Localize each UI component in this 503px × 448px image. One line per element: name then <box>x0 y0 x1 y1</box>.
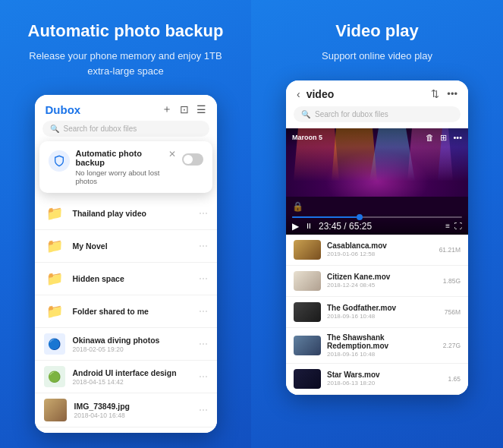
notification-title: Automatic photo backup <box>76 149 162 167</box>
search-placeholder: Search for dubox files <box>64 125 137 133</box>
list-item[interactable]: 📁 Folder shared to me ⋯ <box>35 295 217 328</box>
video-time: 23:45 / 65:25 <box>319 221 372 232</box>
right-title: Video play <box>335 21 419 41</box>
file-list: 📁 Thailand play video ⋯ 📁 My Novel ⋯ 📁 H… <box>35 197 217 433</box>
video-file-date: 2018-12-24 08:45 <box>327 282 437 289</box>
camera-icon[interactable]: ⊡ <box>180 103 189 115</box>
file-name: Hidden space <box>73 274 191 283</box>
video-file-info: Citizen Kane.mov 2018-12-24 08:45 <box>327 273 437 289</box>
more-icon[interactable]: ••• <box>453 133 462 142</box>
video-file-size: 1.65 <box>448 375 461 383</box>
right-subtitle: Support online video play <box>322 49 432 64</box>
file-name: Okinawa diving photos <box>73 336 191 345</box>
app-logo: Dubox <box>46 103 81 116</box>
video-header: ‹ video ⇅ ••• <box>286 80 468 106</box>
play-icon[interactable]: ▶ <box>292 221 299 232</box>
progress-bar[interactable] <box>292 216 462 218</box>
video-file-size: 61.21M <box>439 246 461 254</box>
list-item[interactable]: Casablanca.mov 2019-01-06 12:58 61.21M <box>286 235 468 266</box>
folder-icon: 📁 <box>44 268 65 289</box>
video-top-icons: 🗑 ⊞ ••• <box>426 133 462 143</box>
video-file-date: 2019-01-06 12:58 <box>327 251 433 257</box>
more-icon[interactable]: ⋯ <box>199 371 208 382</box>
file-date: 2018-04-10 16:48 <box>74 412 191 419</box>
search-icon: 🔍 <box>301 110 310 118</box>
video-thumbnail <box>294 271 321 291</box>
file-info: Okinawa diving photos 2018-02-05 19:20 <box>73 336 191 353</box>
share-icon[interactable]: ⊞ <box>440 133 447 143</box>
list-item[interactable]: The Godfather.mov 2018-09-16 10:48 756M <box>286 297 468 328</box>
toggle-switch[interactable] <box>182 153 203 166</box>
fullscreen-icon[interactable]: ⛶ <box>454 222 462 230</box>
delete-icon[interactable]: 🗑 <box>426 133 434 142</box>
lock-icon[interactable]: 🔒 <box>292 201 303 212</box>
file-icon: 🟢 <box>44 366 65 387</box>
folder-icon: 📁 <box>44 301 65 322</box>
video-player[interactable]: Maroon 5 🗑 ⊞ ••• 🔒 ▶ ⏸ <box>286 128 468 235</box>
file-info: Android UI interface design 2018-04-15 1… <box>73 368 191 386</box>
video-file-info: Casablanca.mov 2019-01-06 12:58 <box>327 241 433 257</box>
video-file-date: 2018-09-16 10:48 <box>327 351 437 358</box>
pause-icon[interactable]: ⏸ <box>305 222 313 230</box>
video-header-title: video <box>307 88 335 100</box>
more-icon[interactable]: ••• <box>447 88 457 99</box>
video-right-icons: ≡ ⛶ <box>445 222 462 230</box>
video-thumbnail <box>294 336 321 355</box>
list-item[interactable]: Star Wars.mov 2018-06-13 18:20 1.65 <box>286 364 468 395</box>
add-icon[interactable]: ＋ <box>162 103 172 116</box>
video-thumbnail <box>294 240 321 260</box>
search-bar[interactable]: 🔍 Search for dubox files <box>42 121 209 137</box>
folder-icon: 📁 <box>44 235 65 257</box>
close-icon[interactable]: ✕ <box>168 149 176 159</box>
file-date: 2018-02-05 19:20 <box>73 345 191 353</box>
back-icon[interactable]: ‹ <box>297 88 300 100</box>
more-icon[interactable]: ⋯ <box>199 273 208 284</box>
right-panel: Video play Support online video play ‹ v… <box>251 0 503 448</box>
list-item[interactable]: IMG_73849720930.jpg 2018-04-09 09:46 ⋯ <box>35 427 217 433</box>
more-icon[interactable]: ⋯ <box>199 405 208 415</box>
file-name: My Novel <box>73 241 191 251</box>
left-subtitle: Release your phone memory and enjoy 1TB … <box>15 49 236 78</box>
video-thumbnail <box>294 302 321 322</box>
list-item[interactable]: Citizen Kane.mov 2018-12-24 08:45 1.85G <box>286 266 468 297</box>
video-file-info: Star Wars.mov 2018-06-13 18:20 <box>327 371 442 386</box>
more-icon[interactable]: ⋯ <box>199 241 208 251</box>
app-header: Dubox ＋ ⊡ ☰ <box>35 95 217 121</box>
more-icon[interactable]: ⋯ <box>199 306 208 317</box>
file-icon: 🔵 <box>44 333 65 355</box>
subtitle-icon[interactable]: ≡ <box>445 222 450 230</box>
right-phone-mockup: ‹ video ⇅ ••• 🔍 Search for dubox files <box>286 80 468 395</box>
notification-subtitle: No longer worry about lost photos <box>76 169 162 185</box>
notification-popup: Automatic photo backup No longer worry a… <box>39 141 212 193</box>
video-file-info: The Shawshank Redemption.mov 2018-09-16 … <box>327 333 437 358</box>
more-icon[interactable]: ⋯ <box>199 208 208 219</box>
video-file-list: Casablanca.mov 2019-01-06 12:58 61.21M C… <box>286 235 468 395</box>
video-file-name: Citizen Kane.mov <box>327 273 437 281</box>
file-name: IMG_73849.jpg <box>74 402 191 411</box>
list-item[interactable]: 📁 Hidden space ⋯ <box>35 263 217 295</box>
video-file-info: The Godfather.mov 2018-09-16 10:48 <box>327 304 439 320</box>
video-file-date: 2018-06-13 18:20 <box>327 380 442 386</box>
file-name: Android UI interface design <box>73 368 191 377</box>
file-info: IMG_73849.jpg 2018-04-10 16:48 <box>74 402 191 419</box>
file-info: Thailand play video <box>73 209 191 218</box>
list-item[interactable]: The Shawshank Redemption.mov 2018-09-16 … <box>286 328 468 364</box>
video-search[interactable]: 🔍 Search for dubox files <box>294 106 461 122</box>
folder-icon: 📁 <box>44 203 65 224</box>
list-item[interactable]: 🟢 Android UI interface design 2018-04-15… <box>35 361 217 393</box>
video-file-size: 756M <box>445 308 461 316</box>
sort-icon[interactable]: ⇅ <box>431 88 439 99</box>
more-icon[interactable]: ⋯ <box>199 339 208 349</box>
list-item[interactable]: 📁 Thailand play video ⋯ <box>35 197 217 230</box>
video-file-size: 1.85G <box>443 277 461 285</box>
video-controls-row: ▶ ⏸ 23:45 / 65:25 ≡ ⛶ <box>292 221 462 232</box>
video-bottom-bar: ▶ ⏸ 23:45 / 65:25 ≡ ⛶ <box>286 213 468 235</box>
list-item[interactable]: IMG_73849.jpg 2018-04-10 16:48 ⋯ <box>35 393 217 427</box>
video-header-icons: ⇅ ••• <box>431 88 457 99</box>
file-info: My Novel <box>73 241 191 251</box>
video-file-name: Casablanca.mov <box>327 241 433 250</box>
list-item[interactable]: 🔵 Okinawa diving photos 2018-02-05 19:20… <box>35 328 217 361</box>
menu-icon[interactable]: ☰ <box>196 103 206 115</box>
notification-icon <box>49 150 70 172</box>
list-item[interactable]: 📁 My Novel ⋯ <box>35 230 217 263</box>
